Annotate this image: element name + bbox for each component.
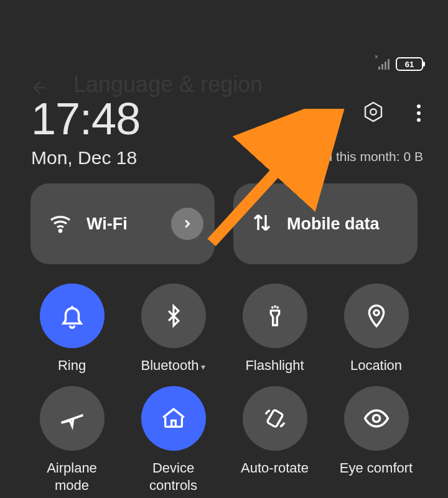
flashlight-label: Flashlight [245, 357, 304, 375]
location-label: Location [350, 357, 402, 375]
flashlight-icon [243, 284, 307, 348]
svg-rect-3 [266, 409, 282, 427]
auto-rotate-icon [243, 386, 307, 451]
bluetooth-icon [141, 284, 206, 348]
tile-location[interactable]: Location [335, 284, 418, 375]
wifi-icon [48, 210, 73, 237]
eye-comfort-icon [344, 386, 409, 451]
battery-level: 61 [405, 60, 414, 69]
wifi-expand-button[interactable] [171, 208, 203, 240]
data-usage-text: Used this month: 0 B [302, 149, 423, 164]
device-controls-label: Device controls [132, 459, 215, 495]
svg-point-1 [59, 230, 61, 232]
device-controls-icon [141, 386, 206, 451]
small-tiles-grid: Ring Bluetooth▾ Flashlight Location [30, 284, 418, 495]
ring-label: Ring [58, 357, 86, 375]
wifi-tile[interactable]: Wi-Fi [30, 183, 215, 264]
more-menu-button[interactable] [414, 102, 423, 124]
qs-header: 17:48 Mon, Dec 18 Used this month: 0 B [31, 93, 423, 168]
airplane-label: Airplane mode [30, 459, 113, 495]
tile-auto-rotate[interactable]: Auto-rotate [233, 386, 316, 495]
tile-eye-comfort[interactable]: Eye comfort [335, 386, 418, 495]
battery-indicator: 61 [396, 57, 423, 71]
chevron-down-icon: ▾ [201, 362, 205, 372]
ring-icon [40, 284, 105, 348]
location-icon [344, 284, 409, 348]
main-tiles-row: Wi-Fi Mobile data [30, 183, 418, 264]
tile-airplane[interactable]: Airplane mode [30, 386, 113, 495]
svg-point-0 [370, 109, 376, 115]
tile-bluetooth[interactable]: Bluetooth▾ [132, 284, 215, 375]
tile-flashlight[interactable]: Flashlight [233, 284, 316, 375]
settings-button[interactable] [362, 101, 385, 126]
eye-comfort-label: Eye comfort [340, 459, 413, 477]
tile-ring[interactable]: Ring [30, 284, 113, 375]
airplane-icon [40, 386, 105, 451]
bluetooth-label: Bluetooth▾ [141, 357, 206, 375]
wifi-label: Wi-Fi [86, 214, 128, 234]
svg-point-4 [373, 415, 380, 422]
signal-icon: × [378, 58, 390, 70]
status-bar: × 61 [378, 57, 423, 71]
svg-point-2 [373, 310, 378, 315]
mobile-data-label: Mobile data [287, 214, 380, 234]
mobile-data-tile[interactable]: Mobile data [233, 183, 418, 264]
auto-rotate-label: Auto-rotate [241, 459, 309, 477]
tile-device-controls[interactable]: Device controls [132, 386, 215, 495]
mobile-data-icon [251, 211, 273, 236]
